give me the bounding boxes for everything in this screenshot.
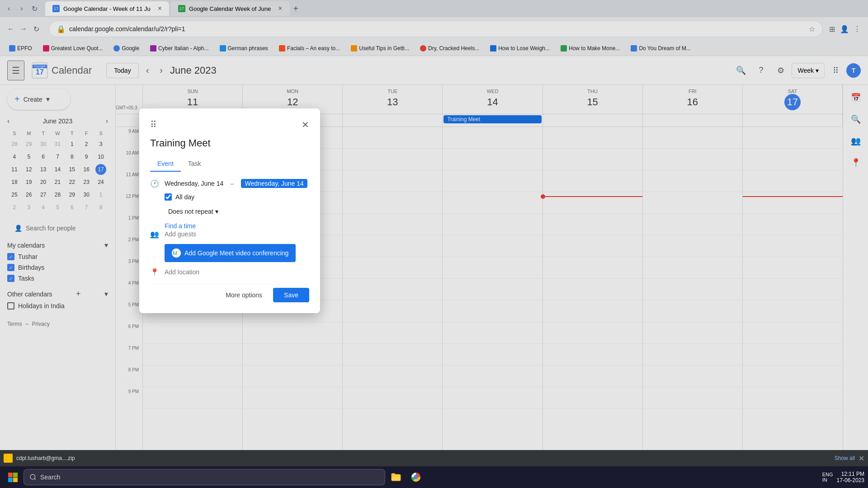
mini-cal-day[interactable]: 1 bbox=[66, 139, 77, 150]
cal-num-17[interactable]: 17 bbox=[784, 94, 801, 110]
cal-num-12[interactable]: 12 bbox=[284, 94, 301, 110]
mini-cal-day[interactable]: 27 bbox=[38, 189, 49, 200]
cal-header-sat[interactable]: SAT 17 bbox=[743, 85, 843, 114]
day-col-tue[interactable] bbox=[343, 127, 443, 488]
mini-cal-day[interactable]: 23 bbox=[81, 177, 92, 188]
hamburger-menu[interactable]: ☰ bbox=[7, 61, 24, 80]
find-time-link[interactable]: Find a time bbox=[165, 222, 196, 230]
search-people-button[interactable]: 👤 Search for people bbox=[7, 221, 108, 235]
mini-cal-day[interactable]: 29 bbox=[66, 189, 77, 200]
cal-num-15[interactable]: 15 bbox=[585, 94, 601, 110]
close-download-bar-button[interactable]: ✕ bbox=[859, 454, 864, 463]
profile-btn[interactable]: 👤 bbox=[839, 23, 850, 34]
back-btn[interactable]: ← bbox=[5, 23, 16, 34]
mini-cal-day[interactable]: 30 bbox=[38, 139, 49, 150]
all-day-wed[interactable]: Training Meet bbox=[443, 114, 542, 127]
fwd-btn[interactable]: → bbox=[18, 23, 29, 34]
right-search-icon[interactable]: 🔍 bbox=[847, 110, 865, 128]
mini-cal-day[interactable]: 28 bbox=[9, 139, 20, 150]
mini-cal-today[interactable]: 17 bbox=[95, 164, 106, 175]
avatar[interactable]: T bbox=[846, 63, 861, 78]
training-meet-event[interactable]: Training Meet bbox=[443, 115, 541, 123]
refresh-btn[interactable]: ↻ bbox=[31, 23, 42, 34]
apps-button[interactable]: ⠿ bbox=[826, 61, 844, 80]
bookmark-tips[interactable]: Useful Tips in Getti... bbox=[347, 43, 413, 53]
cal-header-tue[interactable]: TUE 13 bbox=[343, 85, 443, 114]
mini-cal-day[interactable]: 19 bbox=[24, 177, 34, 188]
calendar-tushar-checkbox[interactable] bbox=[7, 253, 14, 260]
bookmark-heels[interactable]: Dry, Cracked Heels... bbox=[416, 43, 483, 53]
mini-cal-day[interactable]: 8 bbox=[95, 202, 106, 213]
calendar-tushar[interactable]: Tushar bbox=[7, 251, 108, 262]
mini-cal-day[interactable]: 2 bbox=[9, 202, 20, 213]
back-button[interactable]: ‹ bbox=[4, 3, 14, 14]
mini-cal-day[interactable]: 24 bbox=[95, 177, 106, 188]
mini-cal-day[interactable]: 18 bbox=[9, 177, 20, 188]
terms-link[interactable]: Terms bbox=[7, 321, 22, 327]
mini-cal-day[interactable]: 1 bbox=[95, 189, 106, 200]
menu-btn[interactable]: ⋮ bbox=[852, 23, 863, 34]
calendar-birthdays-checkbox[interactable] bbox=[7, 264, 14, 271]
repeat-button[interactable]: Does not repeat ▾ bbox=[165, 206, 222, 217]
mini-cal-day[interactable]: 22 bbox=[66, 177, 77, 188]
mini-cal-day[interactable]: 29 bbox=[24, 139, 34, 150]
bookmark-google[interactable]: Google bbox=[110, 43, 143, 53]
search-button[interactable]: 🔍 bbox=[732, 61, 750, 80]
mini-cal-day[interactable]: 20 bbox=[38, 177, 49, 188]
mini-cal-day[interactable]: 14 bbox=[52, 164, 63, 175]
prev-button[interactable]: ‹ bbox=[142, 61, 153, 79]
url-bar[interactable]: 🔒 calendar.google.com/calendar/u/2/r?pli… bbox=[49, 21, 823, 37]
tab-1-close[interactable]: × bbox=[158, 5, 162, 13]
extensions-btn[interactable]: ⊞ bbox=[826, 23, 837, 34]
mini-cal-day[interactable]: 16 bbox=[81, 164, 92, 175]
mini-cal-day[interactable]: 10 bbox=[95, 151, 106, 162]
new-tab-button[interactable]: + bbox=[293, 4, 299, 14]
mini-cal-day[interactable]: 30 bbox=[81, 189, 92, 200]
today-button[interactable]: Today bbox=[106, 63, 138, 78]
right-people-icon[interactable]: 👥 bbox=[847, 132, 865, 150]
mini-cal-day[interactable]: 15 bbox=[66, 164, 77, 175]
all-day-checkbox[interactable] bbox=[165, 193, 172, 201]
start-button[interactable] bbox=[4, 468, 22, 486]
calendar-birthdays[interactable]: Birthdays bbox=[7, 262, 108, 273]
calendar-tasks-checkbox[interactable] bbox=[7, 275, 14, 282]
date-from[interactable]: Wednesday, June 14 bbox=[165, 180, 223, 187]
meet-button[interactable]: M Add Google Meet video conferencing bbox=[165, 244, 296, 262]
mini-cal-day[interactable]: 9 bbox=[81, 151, 92, 162]
mini-cal-day[interactable]: 7 bbox=[52, 151, 63, 162]
reload-button[interactable]: ↻ bbox=[29, 3, 40, 14]
view-selector[interactable]: Week ▾ bbox=[792, 63, 825, 78]
day-col-thu[interactable] bbox=[543, 127, 643, 488]
calendar-holidays[interactable]: Holidays in India bbox=[7, 300, 108, 311]
create-button[interactable]: + Create ▾ bbox=[7, 89, 71, 110]
help-button[interactable]: ? bbox=[752, 61, 770, 80]
other-calendars-header[interactable]: Other calendars + ▾ bbox=[7, 287, 108, 300]
mini-cal-day[interactable]: 8 bbox=[66, 151, 77, 162]
show-all-downloads-link[interactable]: Show all bbox=[835, 455, 855, 461]
mini-cal-day[interactable]: 7 bbox=[81, 202, 92, 213]
bookmark-epfo[interactable]: EPFO bbox=[5, 43, 36, 53]
my-calendars-header[interactable]: My calendars ▾ bbox=[7, 239, 108, 251]
mini-cal-day[interactable]: 28 bbox=[52, 189, 63, 200]
add-guests-input[interactable] bbox=[165, 230, 309, 238]
tab-2-close[interactable]: × bbox=[278, 5, 282, 13]
mini-cal-day[interactable]: 31 bbox=[52, 139, 63, 150]
mini-cal-prev[interactable]: ‹ bbox=[7, 117, 9, 125]
tab-2[interactable]: 17 Google Calendar Week of June × bbox=[171, 1, 290, 16]
location-input[interactable] bbox=[165, 268, 309, 276]
bookmark-star-icon[interactable]: ☆ bbox=[809, 25, 815, 33]
calendar-tasks[interactable]: Tasks bbox=[7, 273, 108, 284]
mini-cal-day[interactable]: 5 bbox=[52, 202, 63, 213]
day-col-wed[interactable] bbox=[443, 127, 542, 488]
calendar-holidays-checkbox[interactable] bbox=[7, 302, 14, 310]
tab-1[interactable]: 17 Google Calendar - Week of 11 Ju × bbox=[45, 1, 169, 16]
cal-num-13[interactable]: 13 bbox=[384, 94, 401, 110]
date-to[interactable]: Wednesday, June 14 bbox=[241, 179, 307, 188]
bookmark-german[interactable]: German phrases bbox=[216, 43, 272, 53]
taskbar-file-explorer[interactable] bbox=[387, 468, 405, 486]
bookmark-money[interactable]: How to Make Mone... bbox=[557, 43, 623, 53]
taskbar-search-box[interactable]: Search bbox=[24, 469, 385, 485]
mini-cal-day[interactable]: 3 bbox=[24, 202, 34, 213]
privacy-link[interactable]: Privacy bbox=[32, 321, 50, 327]
taskbar-chrome[interactable] bbox=[407, 468, 425, 486]
